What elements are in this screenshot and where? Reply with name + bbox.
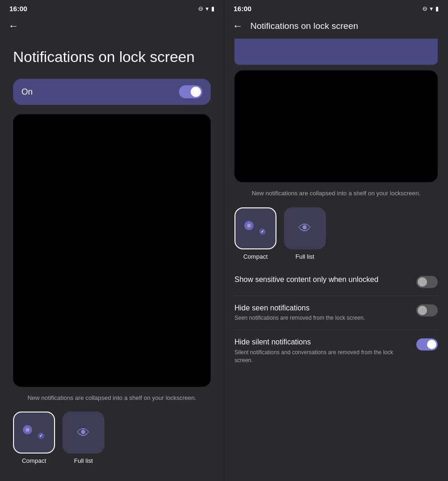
- right-fulllist-label: Full list: [296, 253, 314, 260]
- left-content: Notifications on lock screen On New noti…: [0, 39, 224, 481]
- right-nav-title: Notifications on lock screen: [250, 21, 358, 31]
- right-panel: 16:00 ⊖ ▾ ▮ ← Notifications on lock scre…: [224, 0, 448, 481]
- left-top-nav: ←: [0, 15, 224, 39]
- left-time: 16:00: [9, 5, 27, 13]
- right-eye-icon: 👁: [298, 220, 311, 236]
- right-fulllist-option[interactable]: 👁 Full list: [284, 207, 326, 260]
- right-status-icons: ⊖ ▾ ▮: [422, 5, 439, 12]
- left-fulllist-label: Full list: [74, 457, 93, 464]
- setting-row-silent: Hide silent notifications Silent notific…: [234, 330, 438, 371]
- left-option-cards: ✓ Compact 👁 Full list: [13, 412, 211, 464]
- right-back-button[interactable]: ←: [233, 20, 243, 32]
- left-status-icons: ⊖ ▾ ▮: [198, 5, 214, 12]
- left-page-title: Notifications on lock screen: [13, 48, 211, 66]
- left-status-bar: 16:00 ⊖ ▾ ▮: [0, 0, 224, 15]
- setting-toggle-silent[interactable]: [416, 338, 438, 350]
- left-dot-large-inner: [26, 428, 29, 432]
- right-dot-check: ✓: [258, 227, 267, 236]
- setting-toggle-knob-seen: [418, 306, 427, 315]
- setting-toggle-knob-sensitive: [418, 277, 427, 287]
- setting-text-sensitive: Show sensitive content only when unlocke…: [234, 275, 416, 286]
- left-compact-option[interactable]: ✓ Compact: [13, 412, 55, 464]
- right-description: New notifications are collapsed into a s…: [234, 189, 438, 198]
- left-dot-check: ✓: [37, 432, 45, 440]
- left-battery-icon: ▮: [211, 5, 214, 12]
- right-dot-large-inner: [247, 224, 251, 227]
- setting-toggle-knob-silent: [427, 340, 436, 349]
- right-compact-icon: ✓: [244, 221, 267, 236]
- left-toggle-knob: [191, 87, 201, 97]
- left-toggle-switch[interactable]: [179, 85, 202, 98]
- left-wifi-icon: ▾: [206, 5, 209, 12]
- right-top-nav: ← Notifications on lock screen: [224, 15, 448, 39]
- left-eye-icon: 👁: [77, 425, 90, 440]
- setting-text-seen: Hide seen notifications Seen notificatio…: [234, 303, 416, 323]
- left-check-mark: ✓: [39, 433, 43, 438]
- right-check-mark: ✓: [261, 229, 264, 234]
- setting-text-silent: Hide silent notifications Silent notific…: [234, 337, 416, 364]
- right-compact-card-box: ✓: [234, 207, 276, 249]
- right-wifi-icon: ▾: [430, 5, 433, 12]
- setting-row-seen: Hide seen notifications Seen notificatio…: [234, 296, 438, 330]
- right-time: 16:00: [234, 5, 251, 13]
- left-fulllist-card-box: 👁: [62, 412, 104, 454]
- left-fulllist-option[interactable]: 👁 Full list: [62, 412, 104, 464]
- left-back-button[interactable]: ←: [8, 20, 19, 32]
- right-battery-icon: ▮: [435, 5, 439, 12]
- left-preview-box: [13, 114, 211, 386]
- right-status-bar: 16:00 ⊖ ▾ ▮: [224, 0, 448, 15]
- right-option-cards: ✓ Compact 👁 Full list: [234, 207, 438, 260]
- right-fulllist-card-box: 👁: [284, 207, 326, 249]
- left-compact-label: Compact: [22, 457, 46, 464]
- right-purple-bar: [234, 39, 438, 65]
- setting-toggle-sensitive[interactable]: [416, 276, 438, 288]
- left-panel: 16:00 ⊖ ▾ ▮ ← Notifications on lock scre…: [0, 0, 224, 481]
- right-dot-large: [244, 221, 254, 230]
- left-compact-icon: ✓: [23, 425, 45, 440]
- right-content: New notifications are collapsed into a s…: [224, 70, 448, 481]
- left-description: New notifications are collapsed into a s…: [13, 393, 211, 403]
- right-do-not-disturb-icon: ⊖: [422, 5, 427, 12]
- right-compact-option[interactable]: ✓ Compact: [234, 207, 276, 260]
- setting-title-sensitive: Show sensitive content only when unlocke…: [234, 275, 411, 285]
- setting-row-sensitive: Show sensitive content only when unlocke…: [234, 268, 438, 296]
- setting-subtitle-seen: Seen notifications are removed from the …: [234, 314, 411, 322]
- left-toggle-label: On: [21, 87, 33, 97]
- setting-subtitle-silent: Silent notifications and conversations a…: [234, 349, 411, 364]
- right-preview-box: [234, 70, 438, 182]
- left-do-not-disturb-icon: ⊖: [198, 5, 203, 12]
- left-toggle-row[interactable]: On: [13, 79, 211, 105]
- left-dot-large: [23, 425, 32, 434]
- setting-toggle-seen[interactable]: [416, 304, 438, 316]
- setting-title-seen: Hide seen notifications: [234, 303, 411, 313]
- setting-title-silent: Hide silent notifications: [234, 337, 411, 347]
- left-compact-card-box: ✓: [13, 412, 55, 454]
- right-compact-label: Compact: [243, 253, 268, 260]
